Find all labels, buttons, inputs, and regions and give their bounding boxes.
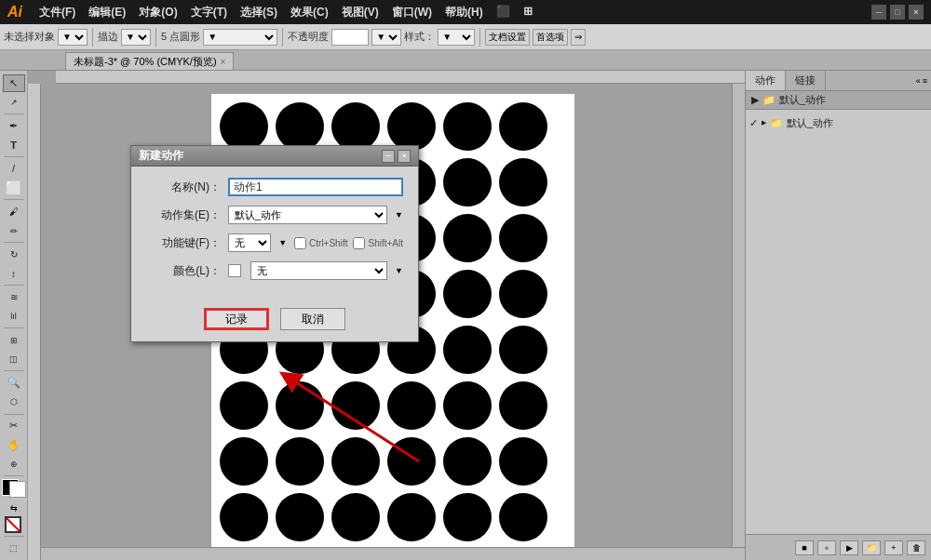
- color-dropdown[interactable]: 无: [250, 261, 387, 280]
- pencil-tool[interactable]: ✏: [3, 222, 25, 240]
- panel-expand-icon[interactable]: ▶: [751, 94, 759, 106]
- name-input[interactable]: 动作1: [228, 178, 403, 196]
- screen-mode-button[interactable]: ⬚: [3, 539, 25, 556]
- style-label: 样式：: [404, 30, 435, 44]
- record-button[interactable]: 记录: [204, 308, 269, 330]
- tool-sep-7: [4, 370, 24, 371]
- maximize-button[interactable]: □: [890, 5, 905, 20]
- stroke-color[interactable]: [9, 481, 26, 498]
- hand-tool[interactable]: ✋: [3, 436, 25, 454]
- stroke-label: 描边: [98, 30, 118, 44]
- panel-collapse-icon[interactable]: «: [916, 76, 921, 86]
- minimize-button[interactable]: ─: [871, 5, 886, 20]
- fill-stroke-color[interactable]: [2, 479, 26, 498]
- option-checkbox-group: Shift+Alt: [353, 237, 403, 249]
- shortcut-dropdown[interactable]: 无: [228, 233, 271, 252]
- shape-label: 5 点圆形: [161, 30, 200, 44]
- action-item: ✓ ▶ 📁 默认_动作: [749, 113, 927, 132]
- blend-tool[interactable]: ⬡: [3, 393, 25, 411]
- dialog-title: 新建动作: [139, 148, 183, 164]
- swap-colors-icon[interactable]: ⇆: [10, 503, 18, 513]
- prefs-button[interactable]: 首选项: [533, 29, 568, 46]
- color-label: 颜色(L)：: [146, 263, 221, 279]
- rotate-tool[interactable]: ↻: [3, 246, 25, 263]
- panel-header-title: 默认_动作: [779, 93, 826, 107]
- svg-point-12: [499, 158, 547, 207]
- tab-close-button[interactable]: ×: [221, 57, 226, 67]
- warp-tool[interactable]: ≋: [3, 288, 25, 306]
- document-tab[interactable]: 未标题-3* @ 70% (CMYK/预览) ×: [65, 52, 234, 70]
- canvas-area: /* ruler ticks */: [28, 71, 745, 560]
- rect-tool[interactable]: ⬜: [3, 180, 25, 197]
- line-tool[interactable]: /: [3, 160, 25, 178]
- direct-select-tool[interactable]: ↗: [3, 94, 25, 112]
- scale-tool[interactable]: ↕: [3, 265, 25, 283]
- tool-sep-2: [4, 156, 24, 157]
- menu-file[interactable]: 文件(F): [34, 3, 81, 22]
- menu-help[interactable]: 帮助(H): [439, 3, 489, 22]
- selection-dropdown[interactable]: ▼: [58, 29, 88, 46]
- app-logo: Ai: [7, 4, 22, 20]
- dialog-footer: 记录 取消: [131, 300, 418, 341]
- menu-extra[interactable]: ⬛: [491, 3, 516, 22]
- pen-tool[interactable]: ✒: [3, 117, 25, 135]
- panel-header: ▶ 📁 默认_动作: [746, 91, 931, 110]
- vertical-scrollbar[interactable]: [732, 84, 745, 547]
- set-dropdown-arrow: ▼: [395, 210, 403, 220]
- doc-settings-button[interactable]: 文档设置: [485, 29, 530, 46]
- scissors-tool[interactable]: ✂: [3, 417, 25, 434]
- style-dropdown[interactable]: ▼: [438, 29, 475, 46]
- panel-tab-actions[interactable]: 动作: [746, 71, 786, 90]
- menu-text[interactable]: 文字(T): [185, 3, 233, 22]
- zoom-tool[interactable]: ⊕: [3, 456, 25, 473]
- cancel-button[interactable]: 取消: [280, 308, 345, 330]
- select-tool[interactable]: ↖: [3, 74, 25, 92]
- paintbrush-tool[interactable]: 🖌: [3, 203, 25, 220]
- arrow-button[interactable]: ⇒: [571, 29, 586, 46]
- menu-edit[interactable]: 编辑(E): [83, 3, 131, 22]
- svg-point-36: [499, 381, 547, 430]
- main-area: ↖ ↗ ✒ T / ⬜ 🖌 ✏ ↻ ↕ ≋ lıl ⊞ ◫ 🔍 ⬡ ✂ ✋ ⊕ …: [0, 71, 931, 560]
- stroke-dropdown[interactable]: ▼: [121, 29, 151, 46]
- mesh-tool[interactable]: ⊞: [3, 331, 25, 349]
- option-checkbox[interactable]: [353, 237, 365, 249]
- color-swatch: [228, 264, 241, 277]
- horizontal-scrollbar[interactable]: [41, 547, 745, 560]
- new-action-icon[interactable]: +: [884, 540, 903, 555]
- panel-tab-links[interactable]: 链接: [786, 71, 826, 90]
- delete-icon[interactable]: 🗑: [907, 540, 925, 555]
- ctrl-checkbox[interactable]: [294, 237, 306, 249]
- svg-point-2: [276, 102, 324, 151]
- svg-point-42: [499, 437, 547, 486]
- record-icon[interactable]: ●: [817, 540, 836, 555]
- toolbar-separator-3: [282, 28, 283, 47]
- gradient-tool[interactable]: ◫: [3, 351, 25, 368]
- tool-sep-6: [4, 327, 24, 328]
- graph-tool[interactable]: lıl: [3, 308, 25, 326]
- menu-view[interactable]: 视图(V): [336, 3, 385, 22]
- shape-dropdown[interactable]: ▼: [203, 29, 277, 46]
- menu-effect[interactable]: 效果(C): [285, 3, 334, 22]
- type-tool[interactable]: T: [3, 137, 25, 154]
- svg-point-45: [331, 493, 380, 541]
- opacity-input[interactable]: 100%: [331, 29, 369, 46]
- menu-object[interactable]: 对象(O): [133, 3, 182, 22]
- menu-window[interactable]: 窗口(W): [386, 3, 438, 22]
- dialog-close[interactable]: ×: [398, 150, 411, 163]
- dialog-name-row: 名称(N)： 动作1: [146, 178, 403, 196]
- close-button[interactable]: ×: [909, 5, 924, 20]
- panel-menu-icon[interactable]: ≡: [923, 76, 927, 86]
- dialog-minimize[interactable]: ─: [382, 150, 395, 163]
- menu-grid[interactable]: ⊞: [518, 3, 538, 22]
- opacity-dropdown[interactable]: ▼: [371, 29, 401, 46]
- play-icon[interactable]: ▶: [840, 540, 858, 555]
- panel-content: ✓ ▶ 📁 默认_动作: [746, 110, 931, 534]
- panel-folder-icon: 📁: [762, 94, 776, 106]
- set-label: 动作集(E)：: [146, 207, 221, 223]
- svg-point-5: [443, 102, 492, 151]
- new-set-icon[interactable]: 📁: [862, 540, 881, 555]
- stop-icon[interactable]: ■: [795, 540, 814, 555]
- set-dropdown[interactable]: 默认_动作: [228, 206, 387, 224]
- eyedropper-tool[interactable]: 🔍: [3, 374, 25, 392]
- menu-select[interactable]: 选择(S): [235, 3, 283, 22]
